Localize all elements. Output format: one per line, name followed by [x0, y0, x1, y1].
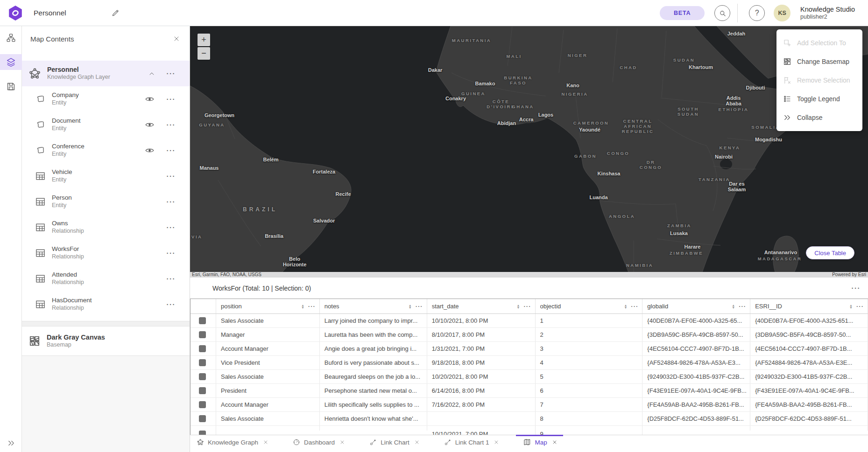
edit-title-pencil-icon[interactable]	[111, 9, 120, 17]
column-header-ESRI__ID[interactable]: ESRI__ID ▲▼ ···	[750, 299, 868, 313]
column-header-position[interactable]: position ▲▼ ···	[216, 299, 320, 313]
layer-options-ellipsis[interactable]: ···	[167, 249, 176, 257]
column-header-label: notes	[325, 303, 407, 310]
close-tab-icon[interactable]	[263, 439, 268, 445]
rail-item-save[interactable]	[0, 78, 22, 94]
layer-row-worksfor[interactable]: WorksFor Relationship ···	[22, 240, 190, 266]
close-tab-icon[interactable]	[339, 439, 345, 445]
map-view[interactable]: MAURITANIAMALINIGERCHADSUDANBURKINA FASO…	[190, 26, 868, 272]
left-rail	[0, 26, 22, 452]
tab-map[interactable]: Map	[523, 435, 561, 450]
row-checkbox[interactable]	[199, 431, 206, 435]
row-checkbox[interactable]	[199, 317, 206, 324]
layer-row-vehicle[interactable]: Vehicle Entity ···	[22, 163, 190, 189]
rail-item-data-model[interactable]	[0, 30, 22, 46]
column-header-start_date[interactable]: start_date ▲▼ ···	[427, 299, 536, 313]
search-button[interactable]	[714, 5, 730, 21]
layer-options-ellipsis[interactable]: ···	[167, 121, 176, 129]
tab-link-chart[interactable]: Link Chart	[369, 435, 423, 450]
column-options-ellipsis[interactable]: ···	[524, 303, 531, 310]
close-tab-icon[interactable]	[414, 439, 420, 445]
context-menu-item-collapse[interactable]: Collapse	[776, 108, 862, 127]
layer-row-person[interactable]: Person Entity ···	[22, 189, 190, 215]
row-checkbox[interactable]	[199, 331, 206, 338]
user-avatar[interactable]: KS	[774, 5, 790, 21]
tab-link-chart-1[interactable]: Link Chart 1	[444, 435, 503, 450]
zoom-in-button[interactable]: +	[198, 34, 210, 46]
tab-dashboard[interactable]: Dashboard	[293, 435, 349, 450]
basemap-row[interactable]: Dark Gray Canvas Basemap	[22, 327, 190, 355]
tab-knowledge-graph[interactable]: Knowledge Graph	[197, 435, 272, 450]
row-checkbox[interactable]	[199, 359, 206, 366]
layer-row-document[interactable]: Document Entity ···	[22, 112, 190, 138]
sort-arrows-icon[interactable]: ▲▼	[624, 304, 627, 309]
layer-row-conference[interactable]: Conference Entity ···	[22, 138, 190, 163]
layer-name: Document	[52, 117, 145, 125]
layer-options-ellipsis[interactable]: ···	[167, 275, 176, 283]
row-checkbox[interactable]	[199, 401, 206, 408]
panel-close-icon[interactable]	[173, 35, 180, 42]
cell-globalid: {9249032D-E300-41B5-937F-C2B...	[642, 370, 750, 383]
layer-group-personnel[interactable]: Personnel Knowledge Graph Layer ···	[22, 61, 190, 86]
sort-arrows-icon[interactable]: ▲▼	[517, 304, 520, 309]
layer-type: Entity	[52, 151, 145, 158]
close-table-button[interactable]: Close Table	[806, 246, 854, 259]
help-button[interactable]: ?	[749, 5, 765, 21]
layer-options-ellipsis[interactable]: ···	[167, 172, 176, 180]
close-tab-icon[interactable]	[494, 439, 499, 445]
layer-options-ellipsis[interactable]: ···	[167, 223, 176, 231]
layer-options-ellipsis[interactable]: ···	[167, 300, 176, 308]
rail-item-layers[interactable]	[0, 54, 22, 70]
layer-group-type: Knowledge Graph Layer	[47, 74, 148, 81]
table-options-ellipsis[interactable]: ···	[852, 284, 861, 292]
select-all-header-cell	[191, 299, 216, 313]
context-menu-item-toggle-legend[interactable]: Toggle Legend	[776, 90, 862, 108]
row-checkbox[interactable]	[199, 373, 206, 380]
zoom-out-button[interactable]: −	[198, 47, 210, 60]
row-select-cell	[191, 342, 216, 355]
column-options-ellipsis[interactable]: ···	[308, 303, 316, 310]
row-checkbox[interactable]	[199, 345, 206, 352]
beta-badge: BETA	[660, 6, 705, 20]
layer-row-company[interactable]: Company Entity ···	[22, 86, 190, 112]
sort-arrows-icon[interactable]: ▲▼	[301, 304, 304, 309]
rail-collapse-button[interactable]	[0, 439, 22, 447]
column-options-ellipsis[interactable]: ···	[739, 303, 746, 310]
layer-name: HasDocument	[52, 297, 145, 305]
madagascar-landmass	[773, 236, 799, 272]
context-menu-item-change-basemap[interactable]: Change Basemap	[776, 52, 862, 71]
layer-options-ellipsis[interactable]: ···	[167, 198, 176, 206]
layer-options-ellipsis[interactable]: ···	[167, 95, 176, 103]
collapse-group-chevron-up-icon[interactable]	[148, 70, 155, 77]
row-checkbox[interactable]	[199, 387, 206, 394]
layer-name: Conference	[52, 143, 145, 151]
table-icon	[35, 299, 46, 310]
sort-arrows-icon[interactable]: ▲▼	[732, 304, 735, 309]
layer-row-owns[interactable]: Owns Relationship ···	[22, 215, 190, 240]
account-info[interactable]: Knowledge Studio publisher2	[800, 6, 855, 20]
layer-row-hasdocument[interactable]: HasDocument Relationship ···	[22, 292, 190, 317]
layer-group-options-ellipsis[interactable]: ···	[167, 70, 176, 77]
column-options-ellipsis[interactable]: ···	[856, 303, 864, 310]
cell-objectid: 2	[536, 328, 643, 341]
layer-row-attended[interactable]: Attended Relationship ···	[22, 266, 190, 292]
visibility-eye-icon[interactable]	[145, 94, 155, 104]
layer-options-ellipsis[interactable]: ···	[167, 146, 176, 154]
cell-notes	[320, 426, 427, 431]
visibility-eye-icon[interactable]	[145, 120, 155, 130]
column-options-ellipsis[interactable]: ···	[416, 303, 423, 310]
sort-arrows-icon[interactable]: ▲▼	[409, 304, 412, 309]
column-header-notes[interactable]: notes ▲▼ ···	[320, 299, 427, 313]
close-tab-icon[interactable]	[552, 439, 557, 445]
cell-notes: Angie does a great job bringing i...	[320, 342, 427, 355]
visibility-eye-icon[interactable]	[145, 146, 155, 155]
layer-name: Attended	[52, 271, 145, 279]
cell-objectid: 6	[536, 384, 643, 397]
row-checkbox[interactable]	[199, 415, 206, 422]
cell-objectid: 5	[536, 370, 643, 383]
column-options-ellipsis[interactable]: ···	[631, 303, 638, 310]
column-header-globalid[interactable]: globalid ▲▼ ···	[642, 299, 750, 313]
sort-arrows-icon[interactable]: ▲▼	[849, 304, 853, 309]
table-header-row: position ▲▼ ··· notes ▲▼ ··· start_date …	[191, 299, 868, 314]
column-header-objectid[interactable]: objectid ▲▼ ···	[536, 299, 643, 313]
